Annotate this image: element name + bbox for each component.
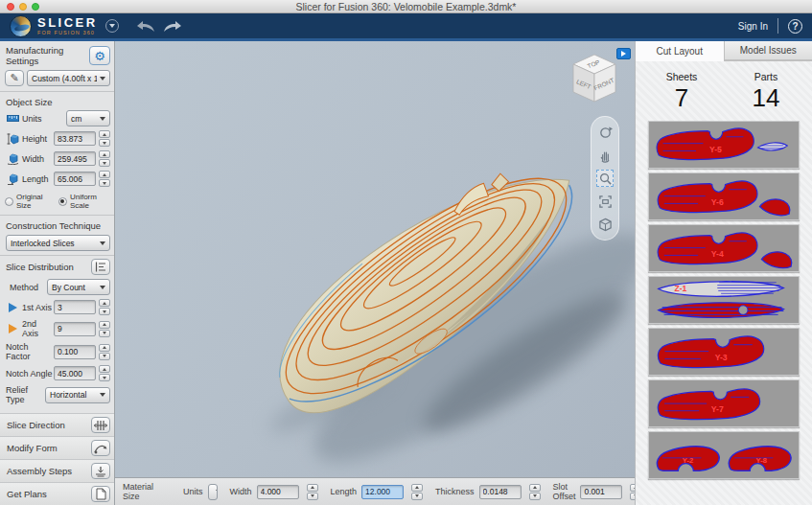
modify-form-icon[interactable] bbox=[91, 440, 110, 456]
material-preset-value: Custom (4.00ft x 12... bbox=[32, 74, 97, 83]
bb-units-label: Units bbox=[183, 487, 203, 496]
app-window: Slicer for Fusion 360: Velomobile Exampl… bbox=[0, 0, 812, 505]
pan-icon[interactable] bbox=[596, 147, 614, 164]
sheet-thumbnail-5[interactable]: Y-3 bbox=[648, 328, 800, 376]
length-input[interactable] bbox=[54, 172, 96, 186]
slicer-logo: SLICER FOR FUSION 360 bbox=[37, 16, 98, 36]
sidebar-item-assembly-steps[interactable]: Assembly Steps bbox=[0, 459, 114, 482]
slot-offset-input[interactable] bbox=[580, 485, 622, 499]
material-width-input[interactable] bbox=[257, 485, 299, 499]
settings-sidebar: Manufacturing Settings ⚙ ✎ Custom (4.00f… bbox=[0, 41, 115, 505]
units-value: cm bbox=[71, 114, 97, 124]
assembly-steps-icon[interactable] bbox=[91, 463, 110, 479]
notch-angle-input[interactable] bbox=[54, 366, 96, 380]
chevron-down-icon bbox=[100, 286, 105, 289]
get-plans-icon[interactable] bbox=[91, 486, 110, 502]
cut-layout-panel: Cut Layout Model Issues Sheets 7 Parts 1… bbox=[635, 41, 812, 505]
right-panel-tabs: Cut Layout Model Issues bbox=[636, 41, 812, 61]
bb-thickness-label: Thickness bbox=[435, 487, 475, 496]
method-label: Method bbox=[10, 283, 47, 292]
notch-angle-label: Notch Angle bbox=[6, 369, 54, 379]
pencil-icon[interactable]: ✎ bbox=[5, 70, 24, 86]
chevron-down-icon bbox=[100, 241, 105, 245]
manufacturing-settings-title: Manufacturing Settings bbox=[6, 45, 89, 66]
3d-viewport[interactable]: TOP LEFT FRONT bbox=[115, 41, 635, 477]
sheet-thumbnail-3[interactable]: Y-4 bbox=[648, 224, 800, 272]
sheet-label: Y-3 bbox=[715, 353, 728, 362]
width-icon bbox=[6, 153, 19, 165]
tab-cut-layout[interactable]: Cut Layout bbox=[636, 41, 725, 61]
material-thickness-input[interactable] bbox=[479, 485, 522, 499]
second-axis-label: 2nd Axis bbox=[22, 319, 54, 338]
get-plans-label: Get Plans bbox=[7, 489, 91, 499]
height-label: Height bbox=[22, 134, 54, 144]
slice-distribution-title: Slice Distribution bbox=[6, 262, 91, 272]
velomobile-model[interactable] bbox=[115, 41, 635, 477]
app-menu-dropdown[interactable] bbox=[105, 19, 119, 33]
sheet-thumbnail-7[interactable]: Y-2 Y-8 bbox=[648, 431, 800, 479]
original-size-radio[interactable] bbox=[5, 197, 13, 206]
display-settings-icon[interactable] bbox=[596, 216, 614, 233]
tab-model-issues[interactable]: Model Issues bbox=[725, 41, 812, 60]
notch-angle-stepper[interactable] bbox=[99, 365, 110, 381]
relief-type-dropdown[interactable]: Horizontal bbox=[45, 387, 110, 403]
height-stepper[interactable] bbox=[99, 130, 110, 147]
units-dropdown[interactable]: cm bbox=[66, 110, 110, 126]
uniform-scale-radio[interactable] bbox=[58, 197, 67, 206]
length-label: Length bbox=[22, 174, 54, 184]
help-icon[interactable]: ? bbox=[788, 19, 802, 34]
uniform-scale-label: Uniform Scale bbox=[70, 193, 111, 210]
orbit-icon[interactable] bbox=[596, 124, 614, 141]
method-dropdown[interactable]: By Count bbox=[47, 279, 110, 295]
sheet-thumbnail-6[interactable]: Y-7 bbox=[648, 379, 800, 427]
sidebar-item-get-plans[interactable]: Get Plans bbox=[0, 482, 114, 505]
slice-list-icon[interactable] bbox=[91, 259, 110, 275]
chevron-down-icon bbox=[109, 24, 115, 28]
relief-type-value: Horizontal bbox=[50, 390, 97, 400]
sheet-list: Y-5 Y-6 Y-4 bbox=[636, 121, 812, 505]
notch-factor-input[interactable] bbox=[54, 345, 96, 359]
sheet-label: Y-4 bbox=[711, 249, 724, 259]
construction-technique-dropdown[interactable]: Interlocked Slices bbox=[6, 235, 110, 251]
material-thickness-stepper[interactable] bbox=[529, 484, 541, 500]
sign-in-button[interactable]: Sign In bbox=[738, 21, 768, 32]
units-label: Units bbox=[22, 114, 66, 124]
construction-technique-value: Interlocked Slices bbox=[11, 239, 97, 248]
material-preset-dropdown[interactable]: Custom (4.00ft x 12... bbox=[27, 70, 110, 86]
slice-direction-icon[interactable] bbox=[91, 417, 110, 433]
width-input[interactable] bbox=[54, 151, 96, 166]
height-input[interactable] bbox=[54, 131, 96, 146]
relief-type-label: Relief Type bbox=[6, 385, 45, 404]
sheet-thumbnail-1[interactable]: Y-5 bbox=[648, 121, 800, 169]
sidebar-item-modify-form[interactable]: Modify Form bbox=[0, 436, 114, 459]
sheet-label: Y-6 bbox=[711, 197, 724, 207]
material-length-stepper[interactable] bbox=[411, 484, 423, 500]
notch-factor-stepper[interactable] bbox=[99, 344, 110, 360]
redo-button[interactable] bbox=[163, 20, 184, 33]
sheet-thumbnail-2[interactable]: Y-6 bbox=[648, 172, 800, 220]
view-cube[interactable]: TOP LEFT FRONT bbox=[568, 52, 621, 107]
second-axis-input[interactable] bbox=[54, 322, 96, 336]
second-axis-stepper[interactable] bbox=[99, 321, 110, 337]
length-stepper[interactable] bbox=[99, 171, 110, 187]
undo-button[interactable] bbox=[134, 20, 155, 33]
fit-view-icon[interactable] bbox=[596, 193, 614, 210]
sidebar-item-slice-direction[interactable]: Slice Direction bbox=[0, 413, 114, 436]
material-width-stepper[interactable] bbox=[307, 484, 318, 500]
slicer-logo-icon bbox=[10, 15, 32, 37]
width-stepper[interactable] bbox=[99, 150, 110, 167]
sheet-thumbnail-4[interactable]: Z-1 bbox=[648, 276, 800, 324]
arrow-right-icon bbox=[621, 51, 626, 57]
bb-width-label: Width bbox=[230, 487, 252, 496]
first-axis-label: 1st Axis bbox=[22, 303, 54, 312]
window-title: Slicer for Fusion 360: Velomobile Exampl… bbox=[0, 1, 812, 12]
gear-icon[interactable]: ⚙ bbox=[89, 46, 110, 65]
zoom-icon[interactable] bbox=[596, 170, 614, 187]
logo-title: SLICER bbox=[37, 16, 98, 29]
material-units-dropdown[interactable]: ft bbox=[208, 484, 218, 500]
object-size-title: Object Size bbox=[0, 92, 114, 109]
material-length-input[interactable] bbox=[361, 485, 404, 499]
nav-divider bbox=[777, 18, 778, 34]
first-axis-input[interactable] bbox=[54, 300, 96, 314]
first-axis-stepper[interactable] bbox=[99, 299, 110, 315]
